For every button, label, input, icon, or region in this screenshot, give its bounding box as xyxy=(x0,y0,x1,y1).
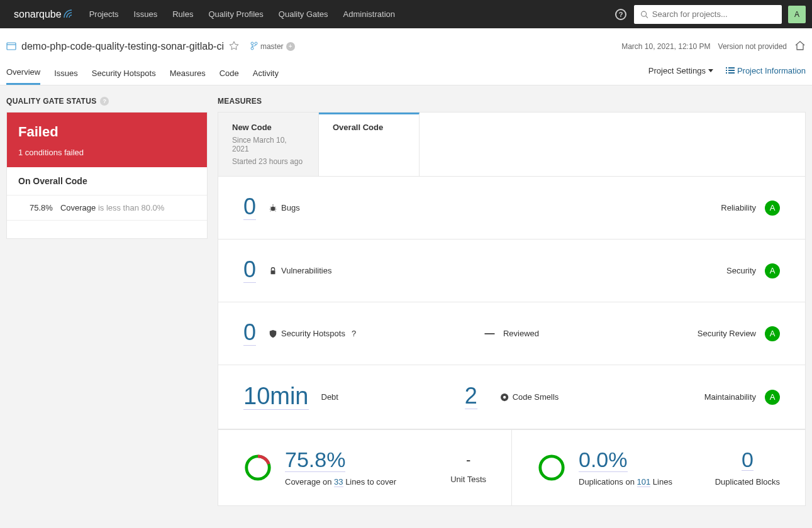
help-hint-icon[interactable]: ? xyxy=(100,97,109,106)
measure-tabs: New Code Since March 10, 2021 Started 23… xyxy=(218,112,806,176)
measures-title: MEASURES xyxy=(218,97,806,106)
duplicated-lines-link[interactable]: 101 xyxy=(637,477,651,487)
add-branch-button[interactable]: + xyxy=(286,42,295,51)
code-smell-icon xyxy=(500,393,509,402)
coverage-donut-icon xyxy=(243,453,272,482)
search-box[interactable] xyxy=(634,5,782,24)
project-header: demo-php-code-quality-testing-sonar-gitl… xyxy=(0,28,812,85)
svg-point-5 xyxy=(255,42,257,45)
bugs-value[interactable]: 0 xyxy=(243,195,256,220)
svg-point-0 xyxy=(642,11,647,16)
lock-icon xyxy=(269,267,277,275)
debt-value[interactable]: 10min xyxy=(243,384,309,410)
help-icon[interactable]: ? xyxy=(615,9,626,20)
search-icon xyxy=(640,10,648,19)
tab-overview[interactable]: Overview xyxy=(6,61,40,85)
row-security-hotspots: 0 Security Hotspots? Reviewed Security R… xyxy=(218,302,805,365)
svg-line-19 xyxy=(270,210,272,211)
nav-administration[interactable]: Administration xyxy=(336,0,403,28)
nav-issues[interactable]: Issues xyxy=(126,0,165,28)
chevron-down-icon xyxy=(708,69,713,72)
row-bugs: 0 Bugs Reliability A xyxy=(218,177,805,239)
condition-metric: Coverage xyxy=(60,203,96,212)
favorite-star-icon[interactable] xyxy=(229,41,239,53)
quality-gate-status: Failed xyxy=(18,124,196,140)
maintainability-rating-badge: A xyxy=(765,390,780,405)
unit-tests-value: - xyxy=(450,452,486,468)
hotspots-value[interactable]: 0 xyxy=(243,321,256,346)
branch-selector[interactable]: master + xyxy=(250,41,295,52)
tab-new-code[interactable]: New Code Since March 10, 2021 Started 23… xyxy=(218,113,319,176)
tab-code[interactable]: Code xyxy=(220,62,239,84)
debt-label: Debt xyxy=(321,392,338,402)
nav-quality-gates[interactable]: Quality Gates xyxy=(271,0,336,28)
list-icon xyxy=(726,67,735,74)
svg-point-25 xyxy=(540,456,563,479)
help-hint-icon[interactable]: ? xyxy=(352,329,356,338)
duplications-cell: 0.0% Duplications on 101 Lines 0 Duplica… xyxy=(512,430,805,505)
project-name: demo-php-code-quality-testing-sonar-gitl… xyxy=(21,41,224,52)
security-review-rating-badge: A xyxy=(765,326,780,341)
measures-body: 0 Bugs Reliability A 0 Vulnerabilities S… xyxy=(218,176,806,506)
code-smells-value[interactable]: 2 xyxy=(465,385,477,409)
search-input[interactable] xyxy=(652,9,776,19)
user-avatar[interactable]: A xyxy=(788,6,806,23)
code-smells-label: Code Smells xyxy=(513,392,559,402)
maintainability-label: Maintainability xyxy=(704,392,756,402)
hotspots-label: Security Hotspots xyxy=(281,329,345,338)
security-review-label: Security Review xyxy=(698,329,756,338)
quality-gate-title: QUALITY GATE STATUS? xyxy=(6,97,208,106)
project-icon xyxy=(6,41,16,53)
shield-icon xyxy=(269,329,277,338)
tab-measures[interactable]: Measures xyxy=(170,62,206,84)
logo-text-2: qube xyxy=(39,9,62,20)
logo[interactable]: sonarqube xyxy=(6,8,82,21)
reliability-rating-badge: A xyxy=(765,201,780,216)
svg-line-15 xyxy=(270,207,272,207)
reviewed-label: Reviewed xyxy=(503,329,539,338)
project-tabs: Overview Issues Security Hotspots Measur… xyxy=(6,61,806,85)
top-nav: sonarqube Projects Issues Rules Quality … xyxy=(0,0,812,28)
svg-rect-2 xyxy=(7,43,16,50)
version-label: Version not provided xyxy=(718,42,787,51)
quality-gate-summary: 1 conditions failed xyxy=(18,148,196,157)
svg-rect-21 xyxy=(271,270,275,274)
nav-quality-profiles[interactable]: Quality Profiles xyxy=(201,0,270,28)
row-vulnerabilities: 0 Vulnerabilities Security A xyxy=(218,239,805,302)
branch-icon xyxy=(250,41,258,52)
svg-point-23 xyxy=(503,395,505,398)
svg-point-4 xyxy=(251,42,253,45)
duplications-value[interactable]: 0.0% xyxy=(579,449,628,472)
tab-issues[interactable]: Issues xyxy=(54,62,78,84)
quality-gate-status-banner: Failed 1 conditions failed xyxy=(7,113,207,167)
lines-to-cover-link[interactable]: 33 xyxy=(334,477,343,487)
svg-line-16 xyxy=(275,207,276,207)
project-settings-dropdown[interactable]: Project Settings xyxy=(648,66,713,75)
duplicated-blocks-value[interactable]: 0 xyxy=(742,449,754,471)
tab-overall-code[interactable]: Overall Code xyxy=(319,113,420,176)
coverage-cell: 75.8% Coverage on 33 Lines to cover - Un… xyxy=(218,430,512,505)
logo-arc-icon xyxy=(63,8,74,21)
duplicated-blocks-label: Duplicated Blocks xyxy=(715,477,780,487)
security-rating-badge: A xyxy=(765,263,780,278)
coverage-value[interactable]: 75.8% xyxy=(285,449,345,472)
branch-name: master xyxy=(260,42,284,51)
main-content: QUALITY GATE STATUS? Failed 1 conditions… xyxy=(0,85,812,517)
quality-gate-condition-row[interactable]: 75.8% Coverage is less than 80.0% xyxy=(7,195,207,221)
tab-security-hotspots[interactable]: Security Hotspots xyxy=(92,62,156,84)
security-label: Security xyxy=(726,266,756,275)
bug-icon xyxy=(269,204,277,212)
home-icon[interactable] xyxy=(794,40,806,53)
vulnerabilities-value[interactable]: 0 xyxy=(243,258,256,283)
project-information-button[interactable]: Project Information xyxy=(726,66,806,75)
unit-tests-label: Unit Tests xyxy=(450,475,486,484)
condition-value: 75.8% xyxy=(30,203,53,212)
nav-projects[interactable]: Projects xyxy=(82,0,126,28)
quality-gate-card: Failed 1 conditions failed On Overall Co… xyxy=(6,112,208,239)
logo-text-1: sonar xyxy=(14,9,39,20)
svg-line-1 xyxy=(646,16,648,18)
nav-rules[interactable]: Rules xyxy=(165,0,201,28)
tab-activity[interactable]: Activity xyxy=(253,62,279,84)
bugs-label: Bugs xyxy=(281,203,300,212)
duplications-donut-icon xyxy=(537,453,566,482)
